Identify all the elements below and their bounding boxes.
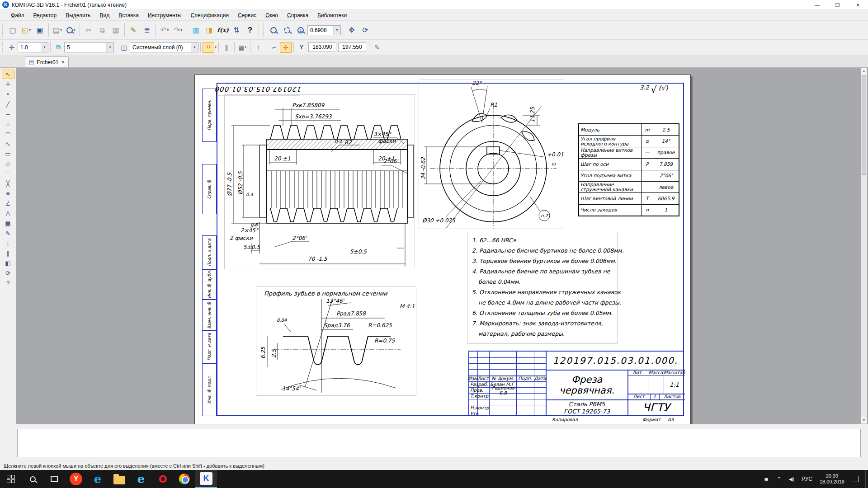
specification-button[interactable]: ≣ [140,23,154,37]
coordinates-button[interactable]: Y [296,42,307,53]
round-off-button[interactable]: ∥ [221,42,232,53]
new-document-button[interactable]: ▢ [6,23,19,37]
tool-select[interactable]: ↖ [2,70,14,79]
print-preview-button[interactable]: ▾ [64,23,78,37]
print-button[interactable]: ▤▾ [51,23,64,37]
tool-point[interactable]: • [2,89,14,99]
tool-circle[interactable]: ○ [2,119,14,129]
drawing-sheet[interactable]: Перв. примен. Справ. № Подп. и дата Инв.… [194,75,691,424]
ortho-button[interactable]: ↑ [252,42,264,53]
refresh-image-button[interactable]: ⟳ [359,23,372,37]
menu-editor[interactable]: Редактор [29,11,61,20]
snap-cursor-button[interactable]: ✛ [280,42,292,53]
toolbar-grip[interactable] [2,42,4,52]
menu-tools[interactable]: Инструменты [143,11,186,20]
combo-arrow-icon[interactable]: ▾ [106,43,113,52]
tool-fillet[interactable]: ⌒ [2,169,14,178]
combo-arrow-icon[interactable]: ▾ [191,43,198,52]
menu-service[interactable]: Сервис [233,11,261,20]
tool-spline[interactable]: ∿ [2,139,14,149]
open-button[interactable]: ◱▾ [19,23,33,37]
taskbar-kompas-active[interactable]: K [195,470,217,488]
taskbar-chrome[interactable] [174,470,195,488]
tool-snap-point[interactable]: ✛ [2,80,14,89]
cursor-step-combo[interactable]: 1.0 ▾ [18,42,48,52]
copy-properties-button[interactable]: ✎ [127,23,140,37]
grid-button[interactable]: ▦▾ [236,42,248,53]
coordinate-y-field[interactable]: 197.550 [338,42,366,52]
property-panel-content[interactable] [17,429,861,457]
fit-page-button[interactable] [267,23,280,37]
start-button[interactable] [0,470,22,488]
maximize-button[interactable]: ❐ [827,0,848,10]
cursor-step-button[interactable]: ✛ [6,42,18,53]
tool-text[interactable]: A [2,209,14,218]
tool-rebuild[interactable]: ⟳ [2,268,14,278]
volume-icon[interactable]: ◀) [785,476,798,482]
fx-button[interactable]: f(x) [216,23,230,37]
tool-polygon[interactable]: ◇ [2,159,14,169]
taskbar-clock[interactable]: 20:39 18.09.2018 [816,473,848,485]
copy-button[interactable]: ⧉ [95,23,109,37]
layer-number-combo[interactable]: 5 ▾ [64,42,114,52]
coordinate-x-field[interactable]: 183.090 [308,42,336,52]
tool-edit[interactable]: ✎ [2,229,14,238]
layer-plane-button[interactable]: ◫ [118,42,130,53]
language-indicator[interactable]: РУС [798,476,816,482]
tool-parallel[interactable]: ∥ [2,249,14,258]
tool-rectangle[interactable]: ▭ [2,149,14,159]
combo-arrow-icon[interactable]: ▾ [41,43,48,52]
tool-help[interactable]: ? [2,278,14,288]
menu-view[interactable]: Вид [95,11,114,20]
menu-specification[interactable]: Спецификация [186,11,233,20]
scroll-down-icon[interactable]: ▼ [861,417,867,423]
combo-arrow-icon[interactable]: ▾ [333,26,340,35]
notification-center-button[interactable] [848,476,863,482]
scrollbar-thumb[interactable] [862,75,866,175]
local-cs-button[interactable]: ⌐ [268,42,280,53]
layer-name-combo[interactable]: Системный слой (0) ▾ [130,42,198,52]
close-button[interactable]: ✕ [848,0,868,10]
menu-file[interactable]: Файл [6,11,29,20]
minimize-button[interactable]: — [807,0,827,10]
menu-help[interactable]: Справка [283,11,313,20]
dropdown-icon[interactable]: ▾ [215,45,217,49]
tool-segment[interactable]: ─ [2,109,14,119]
tool-angle-dim[interactable]: ∠ [2,199,14,208]
snap-magnet-button[interactable]: ∩ [203,42,214,53]
tool-aux-line[interactable]: ╱ [2,99,14,109]
undo-button[interactable]: ↶▾ [158,23,171,37]
layers-button[interactable]: ⧉ [52,42,64,53]
zoom-scale-combo[interactable]: 0.6908 ▾ [307,25,341,35]
menu-insert[interactable]: Вставка [114,11,143,20]
scroll-up-icon[interactable]: ▲ [861,68,867,75]
vertical-scrollbar[interactable]: ▲ ▼ [861,68,867,424]
document-tab[interactable]: ▤ Frcher01 × [25,56,69,67]
taskbar-edge[interactable]: e [87,470,108,488]
taskbar-opera[interactable]: O [152,470,174,488]
edit-mode-button[interactable]: ✎ [371,42,383,53]
tool-shade[interactable]: ◧ [2,258,14,268]
library-manager-button[interactable]: ◨ [203,23,216,37]
show-desktop-button[interactable] [865,470,868,488]
tool-chamfer[interactable]: ╳ [2,179,14,188]
drawing-canvas[interactable]: ↖ ✛ • ╱ ─ ○ ◠ ∿ ▭ ◇ ⌒ ╳ ≡ ∠ A ▦ ✎ ⊥ ∥ ◧ … [0,68,868,424]
variables-button[interactable]: ▥ [189,23,203,37]
taskbar-yandex[interactable]: Y [65,470,87,488]
context-help-button[interactable]: ? [243,23,257,37]
pan-button[interactable]: ✥ [345,23,359,37]
menu-window[interactable]: Окно [261,11,283,20]
redo-button[interactable]: ↷▾ [171,23,185,37]
taskbar-search-button[interactable] [22,470,43,488]
cut-button[interactable]: ✂ [82,23,95,37]
hidden-icons-chevron[interactable]: ⌃ [773,476,785,483]
tab-close-icon[interactable]: × [61,60,65,65]
tool-perpendicular[interactable]: ⊥ [2,239,14,248]
taskbar-explorer[interactable] [108,470,130,488]
paste-button[interactable]: ▦ [109,23,123,37]
toolbar-grip[interactable] [263,23,265,37]
zoom-in-out-button[interactable]: ± [294,23,307,37]
people-icon[interactable]: ☻ [760,476,773,483]
zoom-area-button[interactable] [280,23,294,37]
menu-libraries[interactable]: Библиотеки [313,11,351,20]
